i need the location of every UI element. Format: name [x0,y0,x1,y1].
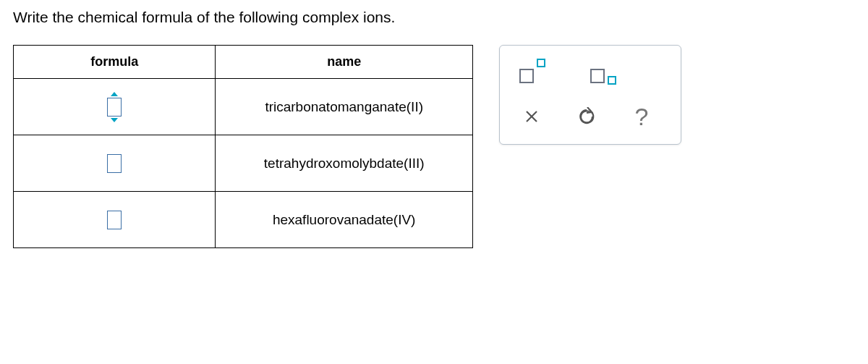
reset-icon [577,107,596,126]
help-icon: ? [635,104,649,129]
name-cell: tetrahydroxomolybdate(III) [216,135,473,192]
table-row: tetrahydroxomolybdate(III) [14,135,473,192]
help-button[interactable]: ? [621,101,662,132]
formula-cell[interactable] [14,135,216,192]
format-row [511,56,669,88]
reset-button[interactable] [566,101,607,132]
subscript-icon [590,60,615,83]
content-layout: formula name tricarbonatomanganate(II) t… [13,45,855,248]
subscript-button[interactable] [582,56,623,88]
formula-input[interactable] [107,154,122,173]
close-icon [524,109,540,124]
action-row: ? [511,101,669,132]
name-cell: tricarbonatomanganate(II) [216,79,473,135]
superscript-icon [519,60,544,83]
header-name: name [216,46,473,79]
table-row: hexafluorovanadate(IV) [14,192,473,248]
table-row: tricarbonatomanganate(II) [14,79,473,135]
question-prompt: Write the chemical formula of the follow… [13,9,855,26]
formula-table: formula name tricarbonatomanganate(II) t… [13,45,473,248]
superscript-button[interactable] [511,56,552,88]
formula-input[interactable] [107,211,122,229]
formula-cell[interactable] [14,192,216,248]
formula-input[interactable] [107,98,122,117]
formula-cell[interactable] [14,79,216,135]
header-formula: formula [14,46,216,79]
name-cell: hexafluorovanadate(IV) [216,192,473,248]
toolbox-panel: ? [499,45,681,145]
clear-button[interactable] [511,101,552,132]
